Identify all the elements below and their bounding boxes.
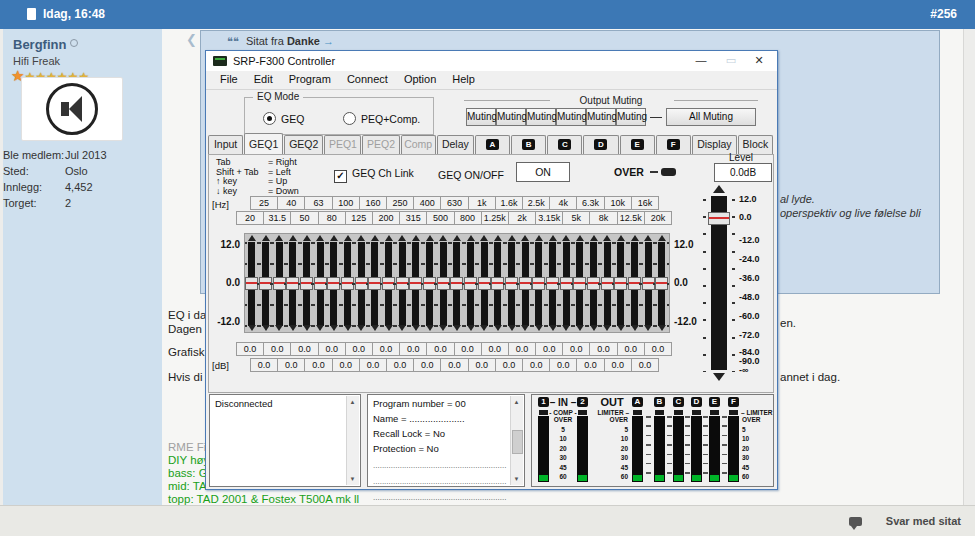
gain-cell[interactable]: 0.0 xyxy=(413,358,441,372)
geq-band-slider[interactable] xyxy=(641,234,655,332)
geq-band-slider[interactable] xyxy=(614,234,628,332)
slider-down-arrow[interactable] xyxy=(453,325,461,331)
geq-band-slider[interactable] xyxy=(313,234,327,332)
gain-cell[interactable]: 0.0 xyxy=(617,342,645,356)
slider-up-arrow[interactable] xyxy=(535,235,543,241)
geq-band-slider[interactable] xyxy=(655,234,669,332)
slider-handle[interactable] xyxy=(628,277,641,290)
tab-b[interactable]: B xyxy=(511,135,546,154)
slider-up-arrow[interactable] xyxy=(658,235,666,241)
geq-band-slider[interactable] xyxy=(628,234,642,332)
tab-geq1[interactable]: GEQ1 xyxy=(244,133,283,154)
slider-up-arrow[interactable] xyxy=(330,235,338,241)
geq-band-slider[interactable] xyxy=(573,234,587,332)
muting-button[interactable]: Muting xyxy=(526,108,556,126)
slider-down-arrow[interactable] xyxy=(603,325,611,331)
slider-down-arrow[interactable] xyxy=(467,325,475,331)
slider-handle[interactable] xyxy=(587,277,600,290)
tab-input[interactable]: Input xyxy=(208,135,243,154)
post-number[interactable]: #256 xyxy=(930,7,957,21)
radio-geq[interactable]: GEQ xyxy=(263,109,304,127)
slider-handle[interactable] xyxy=(355,277,368,290)
slider-up-arrow[interactable] xyxy=(508,235,516,241)
geq-band-slider[interactable] xyxy=(450,234,464,332)
slider-handle[interactable] xyxy=(245,277,258,290)
gain-cell[interactable]: 0.0 xyxy=(644,342,672,356)
geq-band-slider[interactable] xyxy=(354,234,368,332)
quote-goto-arrow-icon[interactable]: → xyxy=(323,35,334,47)
slider-handle[interactable] xyxy=(341,277,354,290)
chevron-left-icon[interactable]: ❮ xyxy=(186,32,197,47)
geq-band-slider[interactable] xyxy=(559,234,573,332)
slider-down-arrow[interactable] xyxy=(371,325,379,331)
tab-comp[interactable]: Comp xyxy=(401,135,436,154)
slider-up-arrow[interactable] xyxy=(521,235,529,241)
geq-band-slider[interactable] xyxy=(464,234,478,332)
slider-handle[interactable] xyxy=(614,277,627,290)
geq-onoff-toggle[interactable]: ON xyxy=(516,162,570,182)
gain-cell[interactable]: 0.0 xyxy=(576,358,604,372)
gain-cell[interactable]: 0.0 xyxy=(386,358,414,372)
fader-down-arrow[interactable] xyxy=(713,373,725,381)
slider-down-arrow[interactable] xyxy=(535,325,543,331)
tab-a[interactable]: A xyxy=(475,135,510,154)
slider-down-arrow[interactable] xyxy=(644,325,652,331)
geq-band-slider[interactable] xyxy=(477,234,491,332)
slider-down-arrow[interactable] xyxy=(494,325,502,331)
gain-cell[interactable]: 0.0 xyxy=(304,358,332,372)
scroll-up-icon[interactable]: ▲ xyxy=(511,399,522,405)
slider-up-arrow[interactable] xyxy=(617,235,625,241)
slider-down-arrow[interactable] xyxy=(248,325,256,331)
slider-down-arrow[interactable] xyxy=(398,325,406,331)
fader-up-arrow[interactable] xyxy=(713,185,725,193)
slider-up-arrow[interactable] xyxy=(562,235,570,241)
slider-handle[interactable] xyxy=(505,277,518,290)
gain-cell[interactable]: 0.0 xyxy=(277,358,305,372)
reply-with-quote-button[interactable]: Svar med sitat xyxy=(886,515,961,527)
gain-cell[interactable]: 0.0 xyxy=(345,342,373,356)
slider-down-arrow[interactable] xyxy=(330,325,338,331)
slider-up-arrow[interactable] xyxy=(344,235,352,241)
slider-up-arrow[interactable] xyxy=(467,235,475,241)
tab-e[interactable]: E xyxy=(620,135,655,154)
geq-band-slider[interactable] xyxy=(600,234,614,332)
muting-button[interactable]: Muting xyxy=(616,108,646,126)
slider-down-arrow[interactable] xyxy=(549,325,557,331)
gain-cell[interactable]: 0.0 xyxy=(454,342,482,356)
slider-handle[interactable] xyxy=(546,277,559,290)
slider-down-arrow[interactable] xyxy=(316,325,324,331)
slider-up-arrow[interactable] xyxy=(289,235,297,241)
scrollbar-thumb[interactable] xyxy=(512,430,523,454)
gain-cell[interactable]: 0.0 xyxy=(604,358,632,372)
tab-c[interactable]: C xyxy=(547,135,582,154)
scroll-down-icon[interactable]: ▼ xyxy=(511,476,522,482)
slider-up-arrow[interactable] xyxy=(603,235,611,241)
slider-handle[interactable] xyxy=(286,277,299,290)
geq-band-slider[interactable] xyxy=(532,234,546,332)
gain-cell[interactable]: 0.0 xyxy=(426,342,454,356)
slider-down-arrow[interactable] xyxy=(385,325,393,331)
slider-up-arrow[interactable] xyxy=(303,235,311,241)
scroll-down-icon[interactable]: ▼ xyxy=(347,476,358,482)
gain-cell[interactable]: 0.0 xyxy=(318,342,346,356)
gain-cell[interactable]: 0.0 xyxy=(359,358,387,372)
fader-handle[interactable] xyxy=(708,212,730,225)
slider-down-arrow[interactable] xyxy=(508,325,516,331)
slider-handle[interactable] xyxy=(601,277,614,290)
scrollbar[interactable]: ▲ ▼ xyxy=(510,396,523,485)
menu-item-help[interactable]: Help xyxy=(444,71,483,89)
slider-up-arrow[interactable] xyxy=(275,235,283,241)
slider-handle[interactable] xyxy=(464,277,477,290)
slider-handle[interactable] xyxy=(259,277,272,290)
slider-up-arrow[interactable] xyxy=(494,235,502,241)
menu-item-edit[interactable]: Edit xyxy=(246,71,281,89)
slider-up-arrow[interactable] xyxy=(357,235,365,241)
slider-down-arrow[interactable] xyxy=(521,325,529,331)
gain-cell[interactable]: 0.0 xyxy=(631,358,659,372)
slider-down-arrow[interactable] xyxy=(262,325,270,331)
slider-down-arrow[interactable] xyxy=(480,325,488,331)
level-value-field[interactable]: 0.0dB xyxy=(714,163,772,182)
slider-handle[interactable] xyxy=(478,277,491,290)
gain-cell[interactable]: 0.0 xyxy=(440,358,468,372)
slider-up-arrow[interactable] xyxy=(480,235,488,241)
